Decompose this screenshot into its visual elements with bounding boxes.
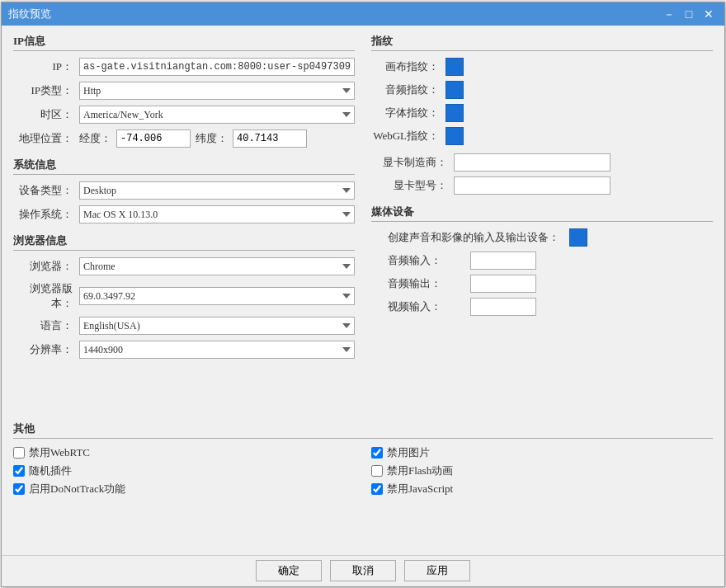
geo-inputs: 经度： 纬度： (79, 129, 307, 148)
webgl-fp-button[interactable] (446, 127, 464, 145)
ip-type-row: IP类型： Http Https Socks5 (13, 82, 355, 100)
javascript-checkbox-row: 禁用JavaScript (371, 482, 713, 496)
gpu-vendor-label: 显卡制造商： (371, 155, 454, 170)
device-select[interactable]: Desktop Mobile Tablet (79, 181, 355, 200)
audio-output-label: 音频输出： (371, 276, 470, 291)
canvas-fingerprint-row: 画布指纹： (371, 58, 713, 76)
ip-input[interactable] (79, 58, 355, 76)
os-label: 操作系统： (13, 207, 79, 222)
create-media-button[interactable] (569, 228, 587, 247)
media-section-title: 媒体设备 (371, 205, 713, 222)
ip-label: IP： (13, 59, 79, 74)
apply-button[interactable]: 应用 (404, 560, 470, 581)
resolution-label: 分辨率： (13, 342, 79, 357)
javascript-label: 禁用JavaScript (387, 482, 453, 496)
main-content: IP信息 IP： IP类型： Http Https Socks5 时区： (2, 26, 724, 555)
donottrack-checkbox-row: 启用DoNotTrack功能 (13, 482, 355, 496)
device-row: 设备类型： Desktop Mobile Tablet (13, 181, 355, 200)
main-window: 指纹预览 － □ ✕ IP信息 IP： IP类型： Http Ht (1, 2, 725, 587)
close-button[interactable]: ✕ (700, 7, 718, 21)
resolution-select[interactable]: 1440x900 1920x1080 1280x720 2560x1440 (79, 341, 355, 359)
flash-label: 禁用Flash动画 (387, 463, 453, 478)
webrtc-checkbox[interactable] (13, 447, 25, 459)
latitude-input[interactable] (233, 129, 307, 148)
images-label: 禁用图片 (387, 445, 430, 460)
checkbox-grid: 禁用WebRTC 禁用图片 随机插件 禁用Flash动画 启用DoNotTrac (13, 445, 713, 496)
title-bar: 指纹预览 － □ ✕ (2, 2, 724, 26)
timezone-select[interactable]: America/New_York Asia/Shanghai (79, 106, 355, 124)
version-row: 浏览器版本： 69.0.3497.92 (13, 281, 355, 311)
language-label: 语言： (13, 318, 79, 333)
create-media-row: 创建声音和影像的输入及输出设备： (371, 228, 713, 247)
browser-section: 浏览器信息 浏览器： Chrome Firefox Edge Safari 浏览… (13, 233, 355, 359)
audio-output-field[interactable] (470, 275, 536, 293)
audio-input-field[interactable] (470, 252, 536, 270)
browser-select[interactable]: Chrome Firefox Edge Safari (79, 257, 355, 275)
system-section-title: 系统信息 (13, 158, 355, 175)
minimize-button[interactable]: － (660, 7, 678, 21)
create-media-label: 创建声音和影像的输入及输出设备： (371, 230, 566, 245)
canvas-fp-label: 画布指纹： (371, 59, 446, 74)
gpu-vendor-row: 显卡制造商： (371, 153, 713, 172)
language-select[interactable]: English(USA) Chinese(Simplified) Japanes… (79, 317, 355, 335)
timezone-label: 时区： (13, 107, 79, 122)
cancel-button[interactable]: 取消 (330, 560, 396, 581)
other-section-title: 其他 (13, 421, 713, 439)
plugins-checkbox-row: 随机插件 (13, 463, 355, 478)
audio-fingerprint-row: 音频指纹： (371, 81, 713, 99)
media-section: 媒体设备 创建声音和影像的输入及输出设备： 音频输入： 音频输出： 视频输入： (371, 205, 713, 316)
latitude-label: 纬度： (196, 131, 228, 146)
donottrack-checkbox[interactable] (13, 483, 25, 495)
images-checkbox-row: 禁用图片 (371, 445, 713, 460)
browser-section-title: 浏览器信息 (13, 233, 355, 251)
version-label: 浏览器版本： (13, 281, 79, 311)
donottrack-label: 启用DoNotTrack功能 (29, 482, 125, 496)
ip-section: IP信息 IP： IP类型： Http Https Socks5 时区： (13, 34, 355, 148)
geo-row: 地理位置： 经度： 纬度： (13, 129, 355, 148)
canvas-fp-button[interactable] (446, 58, 464, 76)
video-input-label: 视频输入： (371, 299, 470, 314)
window-title: 指纹预览 (8, 7, 51, 21)
footer: 确定 取消 应用 (2, 555, 724, 586)
webrtc-checkbox-row: 禁用WebRTC (13, 445, 355, 460)
version-select[interactable]: 69.0.3497.92 (79, 287, 355, 305)
webgl-fingerprint-row: WebGL指纹： (371, 127, 713, 145)
plugins-checkbox[interactable] (13, 465, 25, 477)
ip-type-select[interactable]: Http Https Socks5 (79, 82, 355, 100)
os-row: 操作系统： Mac OS X 10.13.0 Windows 10 Window… (13, 205, 355, 223)
system-section: 系统信息 设备类型： Desktop Mobile Tablet 操作系统： M… (13, 158, 355, 223)
webgl-fp-label: WebGL指纹： (371, 129, 446, 143)
video-input-row: 视频输入： (371, 298, 713, 316)
ok-button[interactable]: 确定 (256, 560, 322, 581)
ip-row: IP： (13, 58, 355, 76)
gpu-vendor-input[interactable] (454, 153, 610, 172)
geo-label: 地理位置： (13, 131, 79, 146)
javascript-checkbox[interactable] (371, 483, 383, 495)
right-column: 指纹 画布指纹： 音频指纹： 字体指纹： WebGL指纹： (371, 34, 713, 419)
maximize-button[interactable]: □ (680, 7, 698, 21)
audio-input-row: 音频输入： (371, 252, 713, 270)
audio-fp-label: 音频指纹： (371, 82, 446, 97)
browser-row: 浏览器： Chrome Firefox Edge Safari (13, 257, 355, 275)
gpu-model-input[interactable] (454, 176, 610, 195)
longitude-input[interactable] (116, 129, 191, 148)
language-row: 语言： English(USA) Chinese(Simplified) Jap… (13, 317, 355, 335)
gpu-model-label: 显卡型号： (371, 178, 454, 193)
ip-section-title: IP信息 (13, 34, 355, 51)
os-select[interactable]: Mac OS X 10.13.0 Windows 10 Windows 7 Li… (79, 205, 355, 223)
font-fp-button[interactable] (446, 104, 464, 122)
font-fp-label: 字体指纹： (371, 106, 446, 120)
audio-input-label: 音频输入： (371, 253, 470, 268)
other-section: 其他 禁用WebRTC 禁用图片 随机插件 禁用Flash动画 (13, 421, 713, 547)
audio-fp-button[interactable] (446, 81, 464, 99)
timezone-row: 时区： America/New_York Asia/Shanghai (13, 106, 355, 124)
flash-checkbox-row: 禁用Flash动画 (371, 463, 713, 478)
webrtc-label: 禁用WebRTC (29, 445, 90, 460)
images-checkbox[interactable] (371, 447, 383, 459)
window-controls: － □ ✕ (660, 7, 718, 21)
video-input-field[interactable] (470, 298, 536, 316)
ip-type-label: IP类型： (13, 83, 79, 98)
audio-output-row: 音频输出： (371, 275, 713, 293)
fingerprint-section: 指纹 画布指纹： 音频指纹： 字体指纹： WebGL指纹： (371, 34, 713, 195)
flash-checkbox[interactable] (371, 465, 383, 477)
